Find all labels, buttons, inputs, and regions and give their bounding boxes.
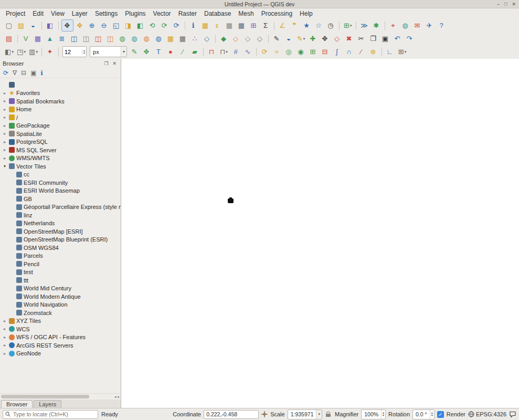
mouse-position-icon[interactable] bbox=[261, 411, 268, 417]
map-canvas[interactable] bbox=[121, 59, 519, 408]
save-layer-edits-button[interactable]: ◒ bbox=[283, 33, 294, 44]
font-size-input[interactable] bbox=[63, 49, 82, 55]
add-delimited-text-layer-button[interactable]: ≣ bbox=[57, 33, 68, 44]
split-features-button[interactable]: ∕ bbox=[356, 46, 367, 57]
add-postgis-layers-button[interactable]: ◫ bbox=[69, 33, 80, 44]
menu-settings[interactable]: Settings bbox=[91, 9, 121, 18]
enable-snapping-button[interactable]: ⊓ bbox=[206, 46, 217, 57]
menu-layer[interactable]: Layer bbox=[68, 9, 91, 18]
minimize-button[interactable]: – bbox=[497, 2, 500, 7]
tree-item-cc[interactable]: cc bbox=[0, 171, 121, 179]
tree-item-ms-sql-server[interactable]: ▸ MS SQL Server bbox=[0, 146, 121, 154]
add-wfs-layer-button[interactable]: ◍ bbox=[141, 33, 152, 44]
menu-edit[interactable]: Edit bbox=[29, 9, 47, 18]
expander-icon[interactable]: ▸ bbox=[2, 131, 7, 136]
spin-down-icon[interactable]: ▾ bbox=[83, 52, 85, 55]
add-vector-tile-layer-button[interactable]: ▦ bbox=[165, 33, 176, 44]
construction-menu-button[interactable]: ⊞▾ bbox=[397, 46, 408, 57]
stream-digitizing-button[interactable]: ✦ bbox=[45, 46, 56, 57]
python-console-button[interactable]: ≫ bbox=[359, 20, 370, 31]
tree-item-parcels[interactable]: Parcels bbox=[0, 252, 121, 260]
tree-item-root[interactable]: ▸ / bbox=[0, 113, 121, 122]
add-oracle-layer-button[interactable]: ◫ bbox=[105, 33, 116, 44]
create-annotation-layer-button[interactable]: ✎ bbox=[129, 46, 140, 57]
tree-item-vector-tiles[interactable]: ▾ Vector Tiles bbox=[0, 162, 121, 171]
tree-item-postgresql[interactable]: ▸ PostgreSQL bbox=[0, 138, 121, 146]
menu-view[interactable]: View bbox=[47, 9, 68, 18]
add-raster-layer-button[interactable]: ▦ bbox=[33, 33, 44, 44]
topological-editing-button[interactable]: # bbox=[230, 46, 241, 57]
expander-icon[interactable]: ▸ bbox=[2, 319, 7, 323]
move-feature-button[interactable]: ✥ bbox=[320, 33, 331, 44]
tree-item-xyz-tiles[interactable]: ▸ XYZ Tiles bbox=[0, 317, 121, 326]
zoom-to-layer-button[interactable]: ◧ bbox=[135, 20, 146, 31]
tree-item-geoportail-parcellaire-express[interactable]: Géoportail Parcellaire Express (style no… bbox=[0, 203, 121, 212]
browser-horizontal-scrollbar[interactable]: ◂▸ bbox=[0, 393, 121, 400]
spinner-arrows[interactable]: ▴▾ bbox=[82, 49, 86, 55]
tree-item-pencil[interactable]: Pencil bbox=[0, 260, 121, 268]
nominatim-search-button[interactable]: ⌖ bbox=[388, 20, 399, 31]
lock-scale-icon[interactable] bbox=[325, 412, 332, 417]
menu-processing[interactable]: Processing bbox=[258, 9, 296, 18]
tree-item-wcs[interactable]: ▸ WCS bbox=[0, 325, 121, 333]
chevron-down-icon[interactable]: ▾ bbox=[121, 47, 126, 57]
line-annotation-button[interactable]: ∕ bbox=[177, 46, 188, 57]
add-vector-layer-button[interactable]: V bbox=[20, 33, 31, 44]
toggle-editing-button[interactable]: ✎ bbox=[271, 33, 282, 44]
menu-help[interactable]: Help bbox=[296, 9, 316, 18]
tree-item-osm-wgs84[interactable]: OSM WGS84 bbox=[0, 244, 121, 252]
zoom-out-button[interactable]: ⊖ bbox=[99, 20, 110, 31]
current-edits-button[interactable]: ✎▾ bbox=[295, 33, 306, 44]
tab-layers[interactable]: Layers bbox=[34, 400, 61, 408]
tree-item-esri-world-basemap[interactable]: ESRI World Basemap bbox=[0, 187, 121, 195]
expander-icon[interactable]: ▸ bbox=[2, 335, 7, 340]
new-geopackage-layer-button[interactable]: ◆ bbox=[218, 33, 229, 44]
render-checkbox[interactable]: ✓ bbox=[437, 411, 444, 418]
tree-item-spatialite[interactable]: ▸ SpatiaLite bbox=[0, 130, 121, 138]
open-attribute-table-button[interactable]: ▦ bbox=[236, 20, 247, 31]
collapse-all-button[interactable]: ⊟ bbox=[21, 70, 26, 76]
paste-features-button[interactable]: ▣ bbox=[380, 33, 391, 44]
pan-to-selection-button[interactable]: ✥ bbox=[75, 20, 86, 31]
save-project-button[interactable]: ◒ bbox=[28, 20, 39, 31]
tree-item-favorites[interactable]: ▸ ★ Favorites bbox=[0, 89, 121, 98]
layer-styling-menu-button[interactable]: ◧▾ bbox=[4, 46, 15, 57]
expander-icon[interactable]: ▾ bbox=[2, 164, 7, 169]
unit-combo[interactable]: px ▾ bbox=[90, 46, 127, 57]
zoom-full-button[interactable]: ◱ bbox=[111, 20, 122, 31]
tree-item-world-navigation[interactable]: World Navigation bbox=[0, 301, 121, 309]
menu-plugins[interactable]: Plugins bbox=[121, 9, 149, 18]
tree-item-openstreetmap-esri[interactable]: OpenStreetMap [ESRI] bbox=[0, 227, 121, 236]
add-wcs-layer-button[interactable]: ◍ bbox=[129, 33, 140, 44]
add-wms-layer-button[interactable]: ◍ bbox=[117, 33, 128, 44]
style-manager-button[interactable]: ◧ bbox=[45, 20, 56, 31]
add-arcgis-rest-layer-button[interactable]: ◍ bbox=[153, 33, 164, 44]
plugin-manager-button[interactable]: ✱ bbox=[371, 20, 382, 31]
locate-search-box[interactable] bbox=[3, 410, 98, 419]
field-calculator-button[interactable]: ⊞ bbox=[248, 20, 259, 31]
map-tips-button[interactable]: ❞ bbox=[289, 20, 300, 31]
expander-icon[interactable]: ▸ bbox=[2, 140, 7, 144]
expander-icon[interactable]: ▸ bbox=[2, 99, 7, 103]
tree-item-world-modern-antique[interactable]: World Modern Antique bbox=[0, 292, 121, 301]
expander-icon[interactable]: ▸ bbox=[2, 343, 7, 348]
tree-item-netherlands[interactable]: Netherlands bbox=[0, 219, 121, 228]
expander-icon[interactable]: ▸ bbox=[2, 327, 7, 331]
expander-icon[interactable]: ▸ bbox=[2, 107, 7, 112]
cad-tools-button[interactable]: ∟ bbox=[385, 46, 396, 57]
menu-raster[interactable]: Raster bbox=[175, 9, 200, 18]
measure-line-button[interactable]: ∠ bbox=[277, 20, 288, 31]
statistical-summary-button[interactable]: Σ bbox=[260, 20, 271, 31]
scroll-left-icon[interactable]: ◂ bbox=[114, 395, 116, 399]
menu-database[interactable]: Database bbox=[200, 9, 235, 18]
add-xyz-layer-button[interactable]: ▦ bbox=[177, 33, 188, 44]
point-annotation-button[interactable]: ● bbox=[165, 46, 176, 57]
new-spatial-bookmark-button[interactable]: ★ bbox=[301, 20, 312, 31]
tree-item-geonode[interactable]: ▸ GeoNode bbox=[0, 350, 121, 358]
quickmap-services-button[interactable]: ◍ bbox=[400, 20, 411, 31]
text-annotation-button[interactable]: T bbox=[153, 46, 164, 57]
add-feature-button[interactable]: ✚ bbox=[308, 33, 319, 44]
new-scratch-layer-button[interactable]: ◇ bbox=[255, 33, 266, 44]
tree-item-arcgis-rest-servers[interactable]: ▸ ArcGIS REST Servers bbox=[0, 341, 121, 350]
tree-item-test[interactable]: test bbox=[0, 268, 121, 277]
